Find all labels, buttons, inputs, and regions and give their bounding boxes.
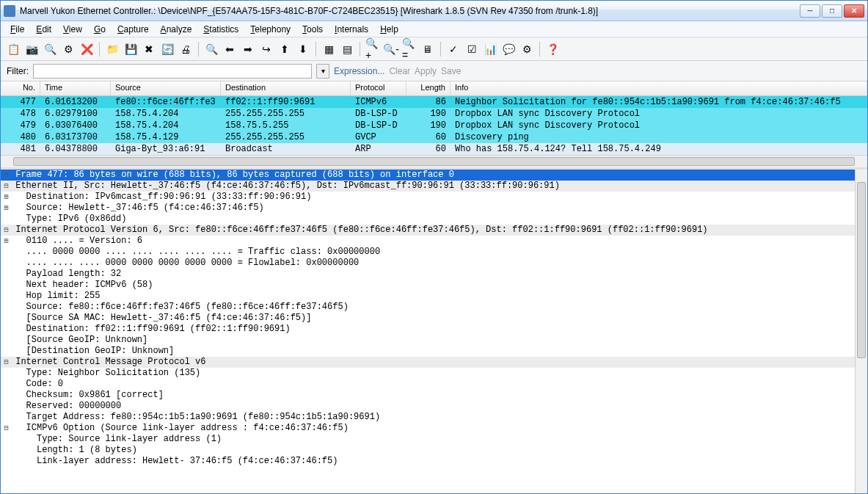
expander-icon[interactable] xyxy=(2,401,10,412)
toolbar-btn-30[interactable]: 💬 xyxy=(500,41,517,57)
filter-expression[interactable]: Expression... xyxy=(334,66,384,76)
filter-input[interactable] xyxy=(33,64,312,79)
tree-row[interactable]: Type: Neighbor Solicitation (135) xyxy=(1,368,867,379)
tree-row[interactable]: Code: 0 xyxy=(1,379,867,390)
tree-row[interactable]: Target Address: fe80::954c:1b5:1a90:9691… xyxy=(1,412,867,423)
packet-row[interactable]: 4786.02979100158.75.4.204255.255.255.255… xyxy=(1,108,867,120)
tree-row[interactable]: ⊞ 0110 .... = Version: 6 xyxy=(1,236,867,247)
menu-capture[interactable]: Capture xyxy=(112,23,154,36)
expander-icon[interactable] xyxy=(2,368,10,379)
tree-row[interactable]: Length: 1 (8 bytes) xyxy=(1,445,867,456)
expander-icon[interactable] xyxy=(2,412,10,423)
tree-row[interactable]: ⊟ Internet Control Message Protocol v6 xyxy=(1,357,867,368)
tree-row[interactable]: Link-layer address: Hewlett- 37:46:f5 (f… xyxy=(1,456,867,467)
toolbar-btn-0[interactable]: 📋 xyxy=(5,41,21,57)
packet-row[interactable]: 4776.01613200fe80::f6ce:46ff:fe3ff02::1:… xyxy=(1,96,867,108)
menu-analyze[interactable]: Analyze xyxy=(156,23,197,36)
horizontal-scrollbar[interactable] xyxy=(1,155,867,167)
tree-row[interactable]: Reserved: 00000000 xyxy=(1,401,867,412)
expander-icon[interactable] xyxy=(2,445,10,456)
toolbar-btn-17[interactable]: ⬇ xyxy=(295,41,311,57)
toolbar-btn-25[interactable]: 🖥 xyxy=(420,41,436,57)
expander-icon[interactable]: ⊟ xyxy=(2,357,10,368)
tree-row[interactable]: ⊞ Source: Hewlett-_37:46:f5 (f4:ce:46:37… xyxy=(1,203,867,214)
menu-tools[interactable]: Tools xyxy=(297,23,328,36)
expander-icon[interactable] xyxy=(2,302,10,313)
menu-internals[interactable]: Internals xyxy=(329,23,373,36)
toolbar-btn-22[interactable]: 🔍+ xyxy=(365,41,381,57)
toolbar-btn-19[interactable]: ▦ xyxy=(321,41,337,57)
packet-row[interactable]: 4806.03173700158.75.4.129255.255.255.255… xyxy=(1,131,867,143)
toolbar-btn-4[interactable]: ❌ xyxy=(79,41,95,57)
close-button[interactable]: ✕ xyxy=(844,4,864,18)
tree-row[interactable]: Destination: ff02::1:ff90:9691 (ff02::1:… xyxy=(1,324,867,335)
toolbar-btn-28[interactable]: ☑ xyxy=(464,41,480,57)
expander-icon[interactable] xyxy=(2,247,10,258)
toolbar-btn-3[interactable]: ⚙ xyxy=(60,41,76,57)
toolbar-btn-6[interactable]: 📁 xyxy=(104,41,120,57)
expander-icon[interactable] xyxy=(2,280,10,291)
toolbar-btn-10[interactable]: 🖨 xyxy=(178,41,194,57)
expander-icon[interactable]: ⊟ xyxy=(2,181,10,192)
expander-icon[interactable] xyxy=(2,313,10,324)
packet-list-body[interactable]: 4776.01613200fe80::f6ce:46ff:fe3ff02::1:… xyxy=(1,96,867,155)
toolbar-btn-33[interactable]: ❓ xyxy=(544,41,561,57)
tree-row[interactable]: Source: fe80::f6ce:46ff:fe37:46f5 (fe80:… xyxy=(1,302,867,313)
tree-row[interactable]: Next header: ICMPv6 (58) xyxy=(1,280,867,291)
tree-row[interactable]: Type: Source link-layer address (1) xyxy=(1,434,867,445)
expander-icon[interactable]: ⊞ xyxy=(2,236,10,247)
expander-icon[interactable] xyxy=(2,324,10,335)
expander-icon[interactable] xyxy=(2,214,10,225)
col-info[interactable]: Info xyxy=(451,81,867,95)
filter-save[interactable]: Save xyxy=(441,66,461,76)
vertical-scrollbar[interactable] xyxy=(855,170,867,493)
toolbar-btn-24[interactable]: 🔍= xyxy=(401,41,417,57)
tree-row[interactable]: Type: IPv6 (0x86dd) xyxy=(1,214,867,225)
tree-row[interactable]: .... .... .... 0000 0000 0000 0000 0000 … xyxy=(1,258,867,269)
filter-dropdown[interactable]: ▾ xyxy=(316,64,329,79)
packet-row[interactable]: 4796.03076400158.75.4.204158.75.5.255DB-… xyxy=(1,120,867,131)
tree-row[interactable]: .... 0000 0000 .... .... .... .... .... … xyxy=(1,247,867,258)
maximize-button[interactable]: □ xyxy=(822,4,842,18)
col-no[interactable]: No. xyxy=(1,81,40,95)
packet-row[interactable]: 4816.04378800Giga-Byt_93:a6:91BroadcastA… xyxy=(1,143,867,155)
expander-icon[interactable]: ⊟ xyxy=(2,225,10,236)
expander-icon[interactable]: ⊟ xyxy=(2,170,10,181)
toolbar-btn-12[interactable]: 🔍 xyxy=(203,41,219,57)
col-protocol[interactable]: Protocol xyxy=(351,81,406,95)
tree-row[interactable]: ⊟ Frame 477: 86 bytes on wire (688 bits)… xyxy=(1,170,867,181)
expander-icon[interactable]: ⊟ xyxy=(2,423,10,434)
tree-row[interactable]: ⊟ Internet Protocol Version 6, Src: fe80… xyxy=(1,225,867,236)
toolbar-btn-1[interactable]: 📷 xyxy=(23,41,40,57)
toolbar-btn-7[interactable]: 💾 xyxy=(123,41,139,57)
toolbar-btn-29[interactable]: 📊 xyxy=(482,41,498,57)
expander-icon[interactable] xyxy=(2,335,10,346)
menu-help[interactable]: Help xyxy=(375,23,404,36)
tree-row[interactable]: Payload length: 32 xyxy=(1,269,867,280)
menu-go[interactable]: Go xyxy=(89,23,111,36)
expander-icon[interactable] xyxy=(2,434,10,445)
expander-icon[interactable] xyxy=(2,379,10,390)
tree-row[interactable]: ⊟ Ethernet II, Src: Hewlett-_37:46:f5 (f… xyxy=(1,181,867,192)
filter-clear[interactable]: Clear xyxy=(389,66,410,76)
tree-row[interactable]: [Source GeoIP: Unknown] xyxy=(1,335,867,346)
toolbar-btn-23[interactable]: 🔍- xyxy=(383,41,399,57)
toolbar-btn-27[interactable]: ✓ xyxy=(445,41,462,57)
expander-icon[interactable] xyxy=(2,456,10,467)
menu-file[interactable]: File xyxy=(5,23,29,36)
expander-icon[interactable] xyxy=(2,346,10,357)
toolbar-btn-9[interactable]: 🔄 xyxy=(159,41,175,57)
minimize-button[interactable]: ─ xyxy=(800,4,820,18)
tree-row[interactable]: [Source SA MAC: Hewlett-_37:46:f5 (f4:ce… xyxy=(1,313,867,324)
menu-view[interactable]: View xyxy=(58,23,87,36)
filter-apply[interactable]: Apply xyxy=(415,66,437,76)
col-time[interactable]: Time xyxy=(40,81,111,95)
col-source[interactable]: Source xyxy=(111,81,221,95)
col-destination[interactable]: Destination xyxy=(221,81,351,95)
expander-icon[interactable] xyxy=(2,269,10,280)
expander-icon[interactable] xyxy=(2,291,10,302)
toolbar-btn-15[interactable]: ↪ xyxy=(258,41,274,57)
packet-details-pane[interactable]: ⊟ Frame 477: 86 bytes on wire (688 bits)… xyxy=(1,170,867,493)
tree-row[interactable]: [Destination GeoIP: Unknown] xyxy=(1,346,867,357)
expander-icon[interactable] xyxy=(2,390,10,401)
